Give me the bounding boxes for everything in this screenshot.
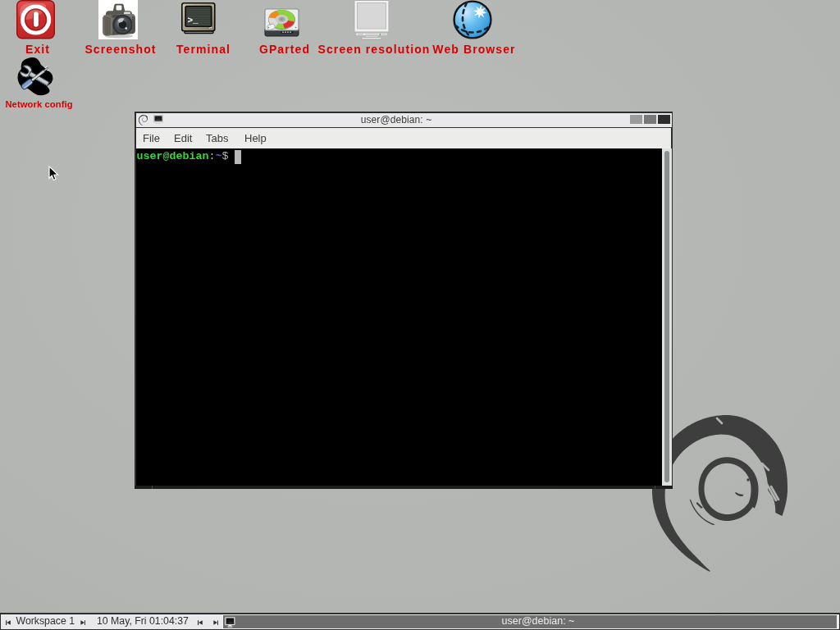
svg-text:>_: >_	[188, 16, 199, 25]
